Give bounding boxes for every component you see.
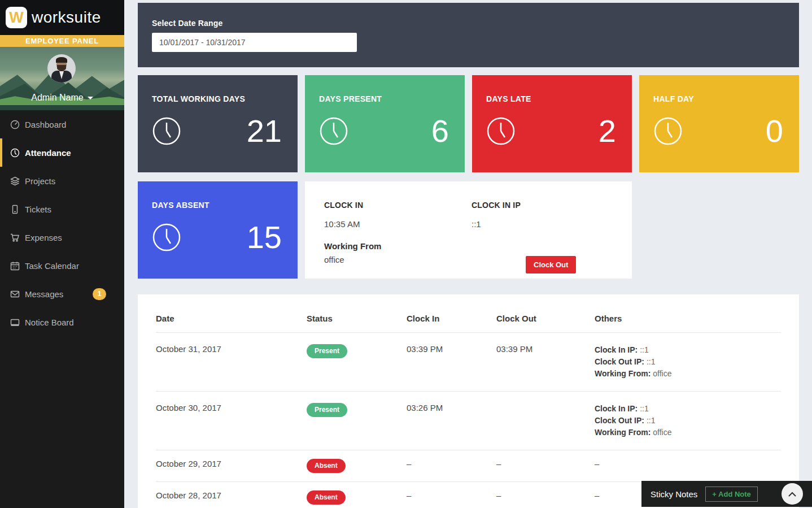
stat-value: 2 bbox=[599, 115, 616, 147]
attendance-table: Date Status Clock In Clock Out Others Oc… bbox=[156, 314, 781, 508]
ticket-icon bbox=[10, 205, 20, 214]
others-cell: – bbox=[595, 450, 781, 482]
sticky-notes-title: Sticky Notes bbox=[651, 489, 697, 499]
scroll-to-top-button[interactable] bbox=[782, 483, 803, 505]
stat-card-total-working-days: TOTAL WORKING DAYS 21 bbox=[138, 75, 298, 172]
chevron-down-icon bbox=[88, 97, 93, 99]
status-badge: Absent bbox=[307, 459, 346, 473]
board-icon bbox=[10, 318, 20, 327]
calendar-icon bbox=[10, 261, 20, 271]
date-cell: October 28, 2017 bbox=[156, 482, 307, 508]
user-name: Admin Name bbox=[31, 93, 83, 103]
sidebar-item-messages[interactable]: Messages 1 bbox=[0, 280, 124, 308]
col-header-date: Date bbox=[156, 314, 307, 333]
date-range-label: Select Date Range bbox=[152, 19, 785, 28]
clock-icon bbox=[10, 148, 20, 158]
status-badge: Absent bbox=[307, 490, 346, 505]
dashboard-icon bbox=[10, 120, 20, 129]
stat-card-days-absent: DAYS ABSENT 15 bbox=[138, 181, 298, 279]
working-from-label: Working From bbox=[324, 241, 632, 251]
date-cell: October 29, 2017 bbox=[156, 450, 307, 482]
clock-icon bbox=[319, 116, 348, 146]
avatar bbox=[47, 54, 76, 83]
profile-section: Admin Name bbox=[0, 47, 124, 110]
clock-in-ip-value: ::1 bbox=[472, 219, 521, 229]
working-from-value: office bbox=[324, 255, 632, 264]
ground-shape bbox=[0, 105, 124, 110]
sidebar-item-tickets[interactable]: Tickets bbox=[0, 195, 124, 223]
sidebar: W worksuite EMPLOYEE PANEL Admin Name Da… bbox=[0, 0, 124, 508]
logo: W worksuite bbox=[0, 0, 124, 35]
clock-icon bbox=[653, 116, 683, 146]
stats-row-1: TOTAL WORKING DAYS 21 DAYS PRESENT 6 DAY… bbox=[138, 75, 799, 172]
sidebar-item-task-calendar[interactable]: Task Calendar bbox=[0, 251, 124, 280]
clock-in-cell: 03:39 PM bbox=[407, 333, 496, 392]
employee-panel-band: EMPLOYEE PANEL bbox=[0, 35, 124, 47]
main-content: Select Date Range TOTAL WORKING DAYS 21 … bbox=[124, 0, 812, 508]
sticky-notes-bar: Sticky Notes + Add Note bbox=[641, 481, 812, 507]
clock-icon bbox=[152, 223, 181, 252]
clock-in-card: CLOCK IN 10:35 AM Working From office CL… bbox=[305, 181, 632, 279]
clock-icon bbox=[486, 116, 516, 146]
cart-icon bbox=[10, 233, 20, 242]
chevron-up-icon bbox=[788, 492, 796, 497]
col-header-clock-out: Clock Out bbox=[496, 314, 595, 333]
clock-in-cell: – bbox=[407, 482, 496, 508]
sidebar-item-expenses[interactable]: Expenses bbox=[0, 223, 124, 251]
stat-value: 0 bbox=[766, 115, 783, 147]
sidebar-item-projects[interactable]: Projects bbox=[0, 167, 124, 195]
stat-value: 15 bbox=[247, 222, 282, 253]
table-row: October 29, 2017 Absent – – – bbox=[156, 450, 781, 482]
clock-in-cell: – bbox=[407, 450, 496, 482]
envelope-icon bbox=[10, 289, 20, 299]
clock-out-cell: 03:39 PM bbox=[496, 333, 595, 392]
col-header-status: Status bbox=[307, 314, 407, 333]
status-badge: Present bbox=[307, 403, 347, 417]
date-range-panel: Select Date Range bbox=[138, 3, 799, 67]
table-row: October 30, 2017 Present 03:26 PM Clock … bbox=[156, 392, 781, 450]
sidebar-menu: Dashboard Attendance Projects Tickets Ex… bbox=[0, 110, 124, 336]
stat-card-days-present: DAYS PRESENT 6 bbox=[305, 75, 465, 172]
clock-icon bbox=[152, 116, 181, 146]
add-note-button[interactable]: + Add Note bbox=[705, 487, 758, 502]
stat-card-half-day: HALF DAY 0 bbox=[639, 75, 799, 172]
stat-value: 21 bbox=[247, 115, 282, 147]
clock-out-cell: – bbox=[496, 450, 595, 482]
sidebar-item-dashboard[interactable]: Dashboard bbox=[0, 110, 124, 138]
stat-card-days-late: DAYS LATE 2 bbox=[472, 75, 632, 172]
sidebar-item-notice-board[interactable]: Notice Board bbox=[0, 308, 124, 336]
clock-out-cell: – bbox=[496, 482, 595, 508]
clock-out-button[interactable]: Clock Out bbox=[526, 256, 576, 273]
others-cell: Clock In IP:::1 Clock Out IP:::1 Working… bbox=[595, 333, 781, 392]
table-row: October 31, 2017 Present 03:39 PM 03:39 … bbox=[156, 333, 781, 392]
clock-out-cell bbox=[496, 392, 595, 450]
col-header-clock-in: Clock In bbox=[407, 314, 496, 333]
sidebar-item-attendance[interactable]: Attendance bbox=[0, 138, 124, 167]
attendance-table-panel: Date Status Clock In Clock Out Others Oc… bbox=[138, 294, 799, 508]
col-header-others: Others bbox=[595, 314, 781, 333]
date-range-input[interactable] bbox=[152, 33, 357, 52]
others-cell: Clock In IP:::1 Clock Out IP:::1 Working… bbox=[595, 392, 781, 450]
user-dropdown[interactable]: Admin Name bbox=[0, 93, 124, 103]
stat-value: 6 bbox=[431, 115, 449, 147]
clock-in-ip-label: CLOCK IN IP bbox=[472, 201, 521, 210]
logo-w-icon: W bbox=[6, 7, 27, 28]
layers-icon bbox=[10, 176, 20, 186]
status-badge: Present bbox=[307, 344, 347, 358]
logo-text: worksuite bbox=[32, 8, 101, 27]
date-cell: October 30, 2017 bbox=[156, 392, 307, 450]
messages-count-badge: 1 bbox=[93, 288, 106, 300]
stats-row-2: DAYS ABSENT 15 CLOCK IN 10:35 AM Working… bbox=[138, 181, 799, 279]
clock-in-cell: 03:26 PM bbox=[407, 392, 496, 450]
date-cell: October 31, 2017 bbox=[156, 333, 307, 392]
